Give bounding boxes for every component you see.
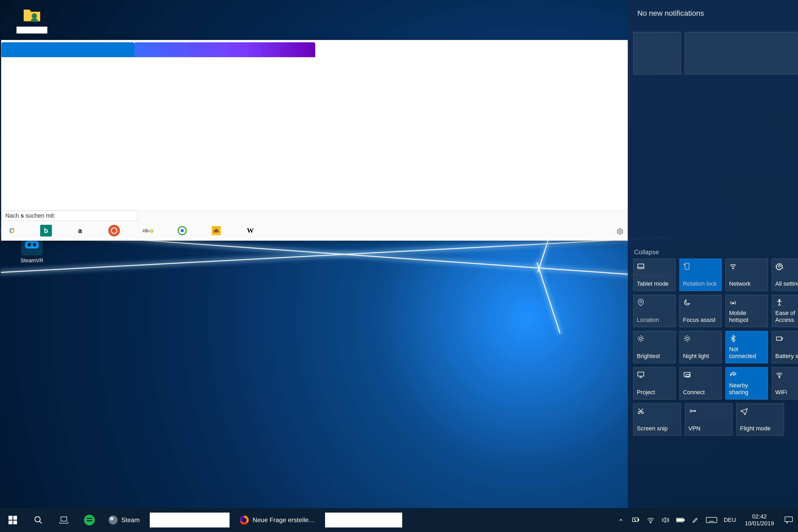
quick-action-all-settings[interactable]: All settings xyxy=(772,259,798,291)
desktop[interactable]: SteamVR Nach s suchen mit: G b a ebay W xyxy=(0,0,798,532)
quick-action-network[interactable]: Network xyxy=(725,259,768,291)
quick-action-label: Tablet mode xyxy=(637,280,672,287)
tray-overflow-button[interactable] xyxy=(613,508,628,532)
engine-bing[interactable]: b xyxy=(40,225,52,236)
quick-action-brightest[interactable]: Brightest xyxy=(633,331,676,363)
taskbar-app-spotify[interactable] xyxy=(77,508,102,532)
svg-line-50 xyxy=(39,521,42,524)
desktop-icon-user-folder[interactable] xyxy=(13,4,51,35)
svg-point-15 xyxy=(640,301,642,303)
engine-amazon[interactable]: a xyxy=(74,225,86,236)
quick-action-wifi[interactable]: WiFi xyxy=(772,367,798,400)
quick-action-label: Rotation lock xyxy=(683,280,718,287)
start-button[interactable] xyxy=(0,508,25,532)
wifi-icon xyxy=(775,371,798,379)
quick-action-label: Battery saver xyxy=(775,353,798,360)
notification-card[interactable] xyxy=(685,32,798,75)
quick-action-battery-saver[interactable]: Battery saver xyxy=(772,331,798,363)
quick-action-location[interactable]: Location xyxy=(633,295,676,327)
quick-action-label: Network xyxy=(729,280,764,287)
steam-icon xyxy=(109,515,118,525)
svg-rect-68 xyxy=(785,517,793,521)
browser-tab[interactable] xyxy=(134,42,315,57)
gear-icon xyxy=(775,262,798,271)
svg-point-17 xyxy=(779,300,780,301)
ease-icon xyxy=(775,299,798,307)
quick-action-label: Night light xyxy=(683,353,718,360)
quick-action-tablet-mode[interactable]: Tablet mode xyxy=(633,259,676,291)
tray-clock[interactable]: 02:42 10/01/2019 xyxy=(740,513,779,527)
quick-action-ease-of-access[interactable]: Ease of Access xyxy=(772,295,798,327)
taskbar-app-firefox[interactable]: Neue Frage erstelle… xyxy=(233,508,321,532)
hotspot-icon xyxy=(729,299,764,307)
browser-window[interactable]: Nach s suchen mit: G b a ebay W xyxy=(1,40,628,241)
svg-rect-38 xyxy=(638,372,644,376)
svg-point-57 xyxy=(650,522,651,523)
spotify-icon xyxy=(84,515,95,525)
svg-point-3 xyxy=(33,243,36,247)
battery-icon xyxy=(775,335,798,343)
tray-volume-icon[interactable] xyxy=(658,508,673,532)
svg-rect-60 xyxy=(677,519,683,521)
engine-google[interactable]: G xyxy=(6,225,18,236)
quick-action-mobile-hotspot[interactable]: Mobile hotspot xyxy=(725,295,768,327)
moon-icon xyxy=(683,299,718,307)
search-with-label: Nach s suchen mit: xyxy=(1,211,138,221)
quick-action-label: Screen snip xyxy=(637,425,677,432)
engine-ebay[interactable]: ebay xyxy=(142,225,154,236)
tray-language[interactable]: DEU xyxy=(720,508,740,532)
taskbar[interactable]: Steam Neue Frage erstelle… DEU 02:42 10/… xyxy=(0,508,798,532)
quick-action-vpn[interactable]: VPN xyxy=(685,403,733,436)
collapse-quick-actions[interactable]: Collapse xyxy=(634,248,798,256)
quick-action-label: VPN xyxy=(688,425,729,432)
tray-pen-icon[interactable] xyxy=(688,508,703,532)
quick-action-connect[interactable]: Connect xyxy=(679,367,722,400)
engine-ecosia[interactable] xyxy=(176,225,188,236)
tray-power-icon[interactable] xyxy=(628,508,643,532)
svg-rect-36 xyxy=(776,337,781,341)
task-view-button[interactable] xyxy=(51,508,77,532)
svg-point-48 xyxy=(690,410,692,412)
search-suggestions: Nach s suchen mit: G b a ebay W xyxy=(1,210,628,241)
taskbar-app-steam[interactable]: Steam xyxy=(102,508,146,532)
svg-line-34 xyxy=(685,340,685,341)
svg-line-23 xyxy=(639,336,639,337)
svg-point-9 xyxy=(619,231,621,232)
quick-action-nearby-sharing[interactable]: Nearby sharing xyxy=(725,367,768,400)
quick-action-flight-mode[interactable]: Flight mode xyxy=(736,403,784,436)
taskbar-redacted xyxy=(150,513,230,528)
sun-icon xyxy=(683,335,718,343)
quick-action-not-connected[interactable]: Not connected xyxy=(725,331,768,363)
quick-action-screen-snip[interactable]: Screen snip xyxy=(633,403,681,436)
engine-leo[interactable] xyxy=(210,225,222,236)
tray-battery-icon[interactable] xyxy=(673,508,688,532)
svg-rect-51 xyxy=(61,517,67,521)
engine-wikipedia[interactable]: W xyxy=(244,225,256,236)
plane-icon xyxy=(740,407,780,416)
svg-rect-56 xyxy=(638,519,639,520)
quick-action-night-light[interactable]: Night light xyxy=(679,331,722,363)
tray-wifi-icon[interactable] xyxy=(643,508,658,532)
action-center[interactable]: No new notifications Collapse Tablet mod… xyxy=(628,0,798,508)
project-icon xyxy=(637,371,672,379)
svg-point-18 xyxy=(640,337,642,340)
quick-action-rotation-lock[interactable]: Rotation lock xyxy=(679,259,722,291)
search-button[interactable] xyxy=(25,508,51,532)
svg-rect-61 xyxy=(706,517,717,523)
quick-action-label: Location xyxy=(637,317,672,323)
notification-card[interactable] xyxy=(633,32,681,75)
engine-duckduckgo[interactable] xyxy=(108,225,120,236)
search-settings-icon[interactable] xyxy=(616,228,624,235)
quick-action-focus-assist[interactable]: Focus assist xyxy=(679,295,722,327)
svg-line-24 xyxy=(642,340,643,341)
browser-tab[interactable] xyxy=(1,42,134,57)
tray-keyboard-icon[interactable] xyxy=(703,508,720,532)
browser-content xyxy=(1,57,628,211)
svg-line-35 xyxy=(689,336,689,337)
tray-action-center-button[interactable] xyxy=(779,508,798,532)
svg-rect-1 xyxy=(25,241,39,248)
svg-point-14 xyxy=(778,265,780,267)
quick-action-label: WiFi xyxy=(775,389,798,396)
quick-action-project[interactable]: Project xyxy=(633,367,676,400)
svg-point-49 xyxy=(35,517,40,522)
